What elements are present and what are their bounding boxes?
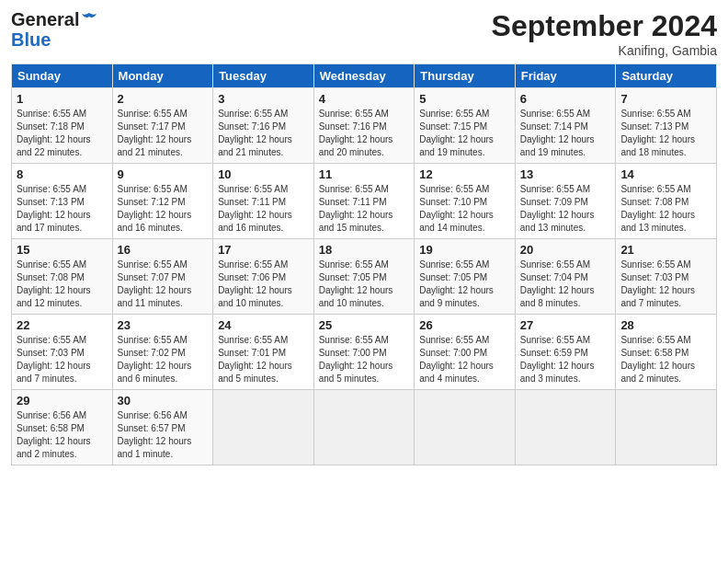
day-info: Sunrise: 6:55 AM Sunset: 7:12 PM Dayligh… — [118, 183, 209, 235]
day-info: Sunrise: 6:55 AM Sunset: 7:02 PM Dayligh… — [118, 334, 209, 385]
day-number: 22 — [17, 318, 108, 332]
calendar-cell: 6Sunrise: 6:55 AM Sunset: 7:14 PM Daylig… — [515, 88, 616, 164]
day-number: 5 — [419, 92, 510, 106]
logo-blue: Blue — [11, 30, 51, 49]
day-number: 9 — [118, 167, 209, 181]
day-info: Sunrise: 6:55 AM Sunset: 7:03 PM Dayligh… — [17, 334, 108, 385]
calendar-cell: 22Sunrise: 6:55 AM Sunset: 7:03 PM Dayli… — [12, 315, 113, 390]
day-number: 12 — [419, 167, 510, 181]
calendar-cell — [415, 390, 516, 465]
day-number: 7 — [620, 92, 711, 106]
weekday-header-tuesday: Tuesday — [213, 64, 314, 88]
calendar-cell: 3Sunrise: 6:55 AM Sunset: 7:16 PM Daylig… — [213, 88, 314, 164]
calendar-table: SundayMondayTuesdayWednesdayThursdayFrid… — [11, 63, 717, 465]
calendar-cell: 13Sunrise: 6:55 AM Sunset: 7:09 PM Dayli… — [515, 164, 616, 239]
calendar-cell: 20Sunrise: 6:55 AM Sunset: 7:04 PM Dayli… — [515, 239, 616, 315]
day-number: 13 — [520, 167, 611, 181]
day-number: 1 — [17, 92, 108, 106]
day-info: Sunrise: 6:55 AM Sunset: 7:13 PM Dayligh… — [620, 108, 711, 159]
calendar-cell: 5Sunrise: 6:55 AM Sunset: 7:15 PM Daylig… — [415, 88, 516, 164]
day-info: Sunrise: 6:55 AM Sunset: 7:16 PM Dayligh… — [319, 108, 410, 159]
calendar-cell — [313, 390, 415, 465]
weekday-header-monday: Monday — [112, 64, 213, 88]
calendar-cell: 25Sunrise: 6:55 AM Sunset: 7:00 PM Dayli… — [313, 315, 415, 390]
day-info: Sunrise: 6:55 AM Sunset: 7:08 PM Dayligh… — [620, 183, 711, 235]
day-number: 6 — [520, 92, 611, 106]
day-info: Sunrise: 6:55 AM Sunset: 7:06 PM Dayligh… — [218, 259, 309, 310]
calendar-cell: 27Sunrise: 6:55 AM Sunset: 6:59 PM Dayli… — [515, 315, 616, 390]
day-info: Sunrise: 6:55 AM Sunset: 7:16 PM Dayligh… — [218, 108, 309, 159]
day-info: Sunrise: 6:55 AM Sunset: 7:07 PM Dayligh… — [118, 259, 209, 310]
calendar-cell — [616, 390, 717, 465]
day-number: 18 — [319, 243, 410, 257]
day-number: 15 — [17, 243, 108, 257]
day-number: 30 — [118, 394, 209, 408]
day-info: Sunrise: 6:55 AM Sunset: 7:10 PM Dayligh… — [419, 183, 510, 235]
day-number: 3 — [218, 92, 309, 106]
day-number: 2 — [118, 92, 209, 106]
calendar-cell: 26Sunrise: 6:55 AM Sunset: 7:00 PM Dayli… — [415, 315, 516, 390]
day-number: 19 — [419, 243, 510, 257]
day-info: Sunrise: 6:55 AM Sunset: 7:15 PM Dayligh… — [419, 108, 510, 159]
weekday-header-friday: Friday — [515, 64, 616, 88]
day-number: 14 — [620, 167, 711, 181]
day-number: 4 — [319, 92, 410, 106]
calendar-cell: 15Sunrise: 6:55 AM Sunset: 7:08 PM Dayli… — [12, 239, 113, 315]
day-info: Sunrise: 6:55 AM Sunset: 7:09 PM Dayligh… — [520, 183, 611, 235]
day-info: Sunrise: 6:55 AM Sunset: 7:05 PM Dayligh… — [419, 259, 510, 310]
weekday-header-wednesday: Wednesday — [313, 64, 415, 88]
day-info: Sunrise: 6:55 AM Sunset: 7:03 PM Dayligh… — [620, 259, 711, 310]
calendar-cell: 29Sunrise: 6:56 AM Sunset: 6:58 PM Dayli… — [12, 390, 113, 465]
calendar-cell: 2Sunrise: 6:55 AM Sunset: 7:17 PM Daylig… — [112, 88, 213, 164]
day-info: Sunrise: 6:55 AM Sunset: 7:11 PM Dayligh… — [319, 183, 410, 235]
calendar-cell: 9Sunrise: 6:55 AM Sunset: 7:12 PM Daylig… — [112, 164, 213, 239]
logo-bird-icon — [80, 11, 98, 29]
day-info: Sunrise: 6:55 AM Sunset: 6:58 PM Dayligh… — [620, 334, 711, 385]
logo: General Blue — [11, 9, 98, 49]
day-info: Sunrise: 6:56 AM Sunset: 6:58 PM Dayligh… — [17, 409, 108, 461]
day-number: 29 — [17, 394, 108, 408]
weekday-header-sunday: Sunday — [12, 64, 113, 88]
day-info: Sunrise: 6:56 AM Sunset: 6:57 PM Dayligh… — [118, 409, 209, 461]
weekday-header-thursday: Thursday — [415, 64, 516, 88]
day-info: Sunrise: 6:55 AM Sunset: 7:11 PM Dayligh… — [218, 183, 309, 235]
calendar-cell: 1Sunrise: 6:55 AM Sunset: 7:18 PM Daylig… — [12, 88, 113, 164]
day-number: 28 — [620, 318, 711, 332]
calendar-cell: 14Sunrise: 6:55 AM Sunset: 7:08 PM Dayli… — [616, 164, 717, 239]
day-number: 16 — [118, 243, 209, 257]
calendar-cell: 17Sunrise: 6:55 AM Sunset: 7:06 PM Dayli… — [213, 239, 314, 315]
calendar-cell — [213, 390, 314, 465]
day-number: 8 — [17, 167, 108, 181]
day-number: 20 — [520, 243, 611, 257]
day-info: Sunrise: 6:55 AM Sunset: 7:00 PM Dayligh… — [419, 334, 510, 385]
weekday-header-saturday: Saturday — [616, 64, 717, 88]
day-info: Sunrise: 6:55 AM Sunset: 7:14 PM Dayligh… — [520, 108, 611, 159]
day-number: 25 — [319, 318, 410, 332]
calendar-cell — [515, 390, 616, 465]
day-number: 23 — [118, 318, 209, 332]
calendar-cell: 24Sunrise: 6:55 AM Sunset: 7:01 PM Dayli… — [213, 315, 314, 390]
day-info: Sunrise: 6:55 AM Sunset: 7:00 PM Dayligh… — [319, 334, 410, 385]
month-title: September 2024 — [492, 9, 717, 43]
calendar-cell: 23Sunrise: 6:55 AM Sunset: 7:02 PM Dayli… — [112, 315, 213, 390]
day-info: Sunrise: 6:55 AM Sunset: 7:04 PM Dayligh… — [520, 259, 611, 310]
day-number: 21 — [620, 243, 711, 257]
calendar-cell: 19Sunrise: 6:55 AM Sunset: 7:05 PM Dayli… — [415, 239, 516, 315]
day-number: 24 — [218, 318, 309, 332]
calendar-cell: 10Sunrise: 6:55 AM Sunset: 7:11 PM Dayli… — [213, 164, 314, 239]
day-info: Sunrise: 6:55 AM Sunset: 7:18 PM Dayligh… — [17, 108, 108, 159]
calendar-cell: 21Sunrise: 6:55 AM Sunset: 7:03 PM Dayli… — [616, 239, 717, 315]
day-number: 17 — [218, 243, 309, 257]
calendar-cell: 28Sunrise: 6:55 AM Sunset: 6:58 PM Dayli… — [616, 315, 717, 390]
calendar-cell: 18Sunrise: 6:55 AM Sunset: 7:05 PM Dayli… — [313, 239, 415, 315]
day-info: Sunrise: 6:55 AM Sunset: 7:17 PM Dayligh… — [118, 108, 209, 159]
calendar-cell: 4Sunrise: 6:55 AM Sunset: 7:16 PM Daylig… — [313, 88, 415, 164]
day-number: 11 — [319, 167, 410, 181]
calendar-cell: 8Sunrise: 6:55 AM Sunset: 7:13 PM Daylig… — [12, 164, 113, 239]
day-number: 26 — [419, 318, 510, 332]
day-info: Sunrise: 6:55 AM Sunset: 7:08 PM Dayligh… — [17, 259, 108, 310]
day-number: 27 — [520, 318, 611, 332]
day-info: Sunrise: 6:55 AM Sunset: 7:13 PM Dayligh… — [17, 183, 108, 235]
title-section: September 2024 Kanifing, Gambia — [492, 9, 717, 58]
calendar-cell: 16Sunrise: 6:55 AM Sunset: 7:07 PM Dayli… — [112, 239, 213, 315]
